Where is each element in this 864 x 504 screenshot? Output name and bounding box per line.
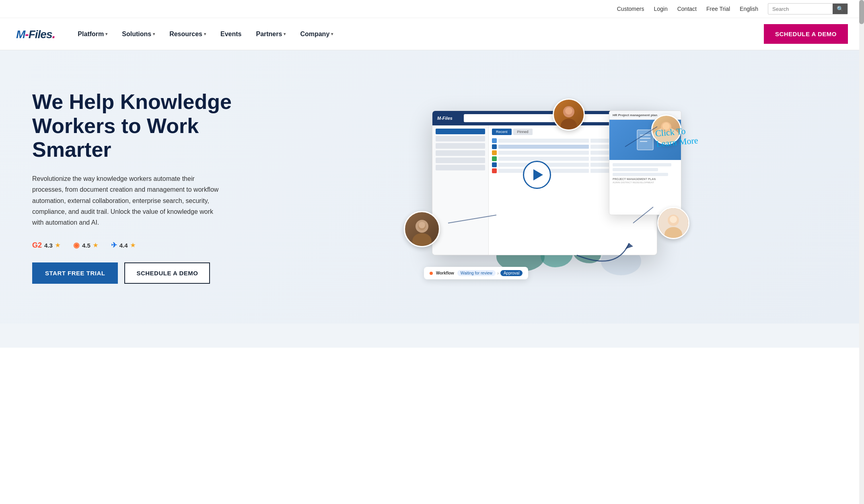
nav-company-label: Company — [300, 31, 329, 38]
search-button[interactable]: 🔍 — [833, 4, 848, 14]
ratings-row: G2 4.3 ★ ◉ 4.5 ★ ✈ 4.4 ★ — [32, 241, 241, 250]
platform-chevron-icon: ▾ — [105, 32, 107, 36]
mockup-file-name — [498, 139, 589, 143]
hero-section: We Help Knowledge Workers to Work Smarte… — [0, 50, 864, 324]
mockup-tab-pinned: Pinned — [513, 129, 533, 135]
mockup-logo: M-Files — [437, 116, 453, 121]
workflow-dot-icon — [430, 272, 433, 275]
preview-text-area: PROJECT MANAGEMENT PLAN AURIN DISTRICT R… — [609, 160, 681, 187]
mockup-file-name — [498, 151, 589, 155]
mockup-file-icon — [492, 162, 497, 167]
login-link[interactable]: Login — [654, 6, 667, 12]
g2-rating: G2 4.3 ★ — [32, 241, 60, 250]
capterra-logo-icon: ◉ — [73, 241, 80, 250]
search-input[interactable] — [768, 4, 833, 14]
logo-files: Files — [29, 28, 52, 41]
workflow-arrow-icon: › — [497, 270, 499, 276]
play-button[interactable] — [523, 161, 551, 189]
workflow-steps: Waiting for review › Approval — [457, 270, 523, 276]
resources-chevron-icon: ▾ — [204, 32, 206, 36]
nav-solutions[interactable]: Solutions ▾ — [115, 27, 161, 41]
schedule-demo-button[interactable]: SCHEDULE A DEMO — [764, 24, 848, 44]
nav-solutions-label: Solutions — [122, 31, 151, 38]
g2-star-icon: ★ — [55, 242, 60, 248]
getapp-logo-icon: ✈ — [111, 241, 117, 250]
avatar-bubble-2 — [553, 98, 585, 131]
partners-chevron-icon: ▾ — [284, 32, 286, 36]
nav-resources[interactable]: Resources ▾ — [163, 27, 212, 41]
mockup-sidebar-item — [436, 129, 485, 134]
getapp-score: 4.4 — [119, 242, 128, 249]
svg-point-9 — [561, 119, 577, 129]
mockup-file-icon — [492, 150, 497, 155]
top-bar: Customers Login Contact Free Trial Engli… — [0, 0, 864, 18]
mockup-search-bar — [464, 114, 617, 122]
mockup-sidebar-item — [436, 165, 485, 170]
mockup-sidebar — [432, 125, 489, 255]
product-mockup: M-Files — [416, 102, 673, 271]
nav-company[interactable]: Company ▾ — [294, 27, 339, 41]
preview-subtitle: PROJECT MANAGEMENT PLAN — [613, 178, 678, 180]
mockup-sidebar-item — [436, 136, 485, 141]
workflow-step-2: Approval — [500, 270, 523, 276]
hero-title: We Help Knowledge Workers to Work Smarte… — [32, 90, 241, 162]
svg-point-10 — [565, 107, 572, 115]
company-chevron-icon: ▾ — [331, 32, 333, 36]
avatar-bubble-1 — [404, 211, 440, 247]
mockup-sidebar-item — [436, 150, 485, 156]
svg-rect-0 — [637, 130, 653, 150]
solutions-chevron-icon: ▾ — [153, 32, 155, 36]
g2-score: 4.3 — [44, 242, 53, 249]
svg-point-6 — [412, 233, 432, 246]
nav-events[interactable]: Events — [214, 27, 248, 41]
nav-items: Platform ▾ Solutions ▾ Resources ▾ Event… — [71, 27, 764, 41]
mockup-sidebar-item — [436, 143, 485, 149]
workflow-label: Workflow — [436, 271, 454, 275]
customers-link[interactable]: Customers — [617, 6, 644, 12]
capterra-score: 4.5 — [82, 242, 91, 249]
nav-platform-label: Platform — [78, 31, 104, 38]
logo[interactable]: M-Files. — [16, 27, 55, 41]
mockup-file-icon — [492, 168, 497, 173]
main-nav: M-Files. Platform ▾ Solutions ▾ Resource… — [0, 18, 864, 50]
avatar-bubble-3 — [657, 207, 689, 239]
mockup-file-icon — [492, 156, 497, 161]
preview-line — [613, 163, 671, 166]
nav-events-label: Events — [220, 31, 241, 38]
g2-logo-icon: G2 — [32, 241, 42, 250]
nav-partners[interactable]: Partners ▾ — [249, 27, 292, 41]
getapp-rating: ✈ 4.4 ★ — [111, 241, 136, 250]
mockup-file-name — [498, 157, 589, 161]
free-trial-link[interactable]: Free Trial — [706, 6, 730, 12]
scrollbar-thumb[interactable] — [859, 0, 864, 24]
logo-m: M — [16, 28, 25, 41]
hero-left: We Help Knowledge Workers to Work Smarte… — [32, 90, 241, 284]
workflow-badge: Workflow Waiting for review › Approval — [424, 267, 528, 279]
mockup-file-name — [498, 145, 589, 149]
preview-line — [613, 168, 658, 171]
scrollbar[interactable] — [859, 0, 864, 348]
svg-point-14 — [670, 216, 677, 223]
click-to-learn-text: Click To Learn More — [654, 125, 698, 150]
schedule-demo-hero-button[interactable]: SCHEDULE A DEMO — [124, 262, 210, 284]
english-link[interactable]: English — [740, 6, 758, 12]
mockup-file-icon — [492, 144, 497, 149]
mockup-tab-recent: Recent — [492, 129, 512, 135]
capterra-rating: ◉ 4.5 ★ — [73, 241, 98, 250]
mockup-file-icon — [492, 138, 497, 143]
footer-preview — [0, 324, 864, 348]
preview-line — [613, 173, 668, 176]
capterra-star-icon: ★ — [93, 242, 98, 248]
logo-dash: - — [25, 28, 28, 41]
start-free-trial-button[interactable]: START FREE TRIAL — [32, 262, 118, 284]
nav-resources-label: Resources — [169, 31, 202, 38]
getapp-star-icon: ★ — [130, 242, 136, 248]
contact-link[interactable]: Contact — [677, 6, 697, 12]
logo-dot: . — [52, 27, 55, 41]
nav-partners-label: Partners — [256, 31, 282, 38]
hero-right: M-Files — [241, 86, 848, 287]
search-wrapper: 🔍 — [768, 3, 848, 14]
mockup-sidebar-item — [436, 158, 485, 163]
nav-platform[interactable]: Platform ▾ — [71, 27, 114, 41]
workflow-step-1: Waiting for review — [457, 270, 496, 276]
